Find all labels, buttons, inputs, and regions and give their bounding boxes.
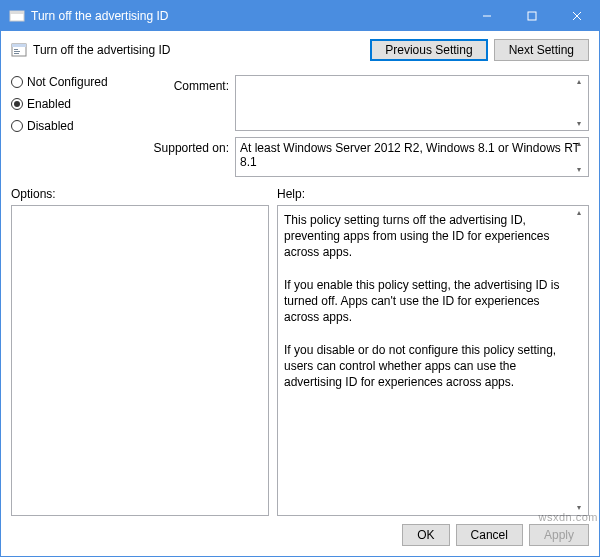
radio-icon	[11, 120, 23, 132]
radio-label: Enabled	[27, 97, 71, 111]
radio-icon	[11, 98, 23, 110]
header-row: Turn off the advertising ID Previous Set…	[11, 39, 589, 61]
window-title: Turn off the advertising ID	[31, 9, 168, 23]
policy-icon	[11, 42, 27, 58]
help-label: Help:	[277, 187, 589, 201]
svg-rect-1	[10, 11, 24, 14]
svg-rect-10	[14, 53, 19, 54]
radio-label: Disabled	[27, 119, 74, 133]
comment-label: Comment:	[145, 75, 229, 93]
svg-rect-8	[14, 49, 18, 50]
scrollbar[interactable]: ▴▾	[571, 139, 587, 175]
ok-button[interactable]: OK	[402, 524, 449, 546]
help-panel[interactable]: This policy setting turns off the advert…	[277, 205, 589, 516]
previous-setting-button[interactable]: Previous Setting	[370, 39, 487, 61]
options-label: Options:	[11, 187, 269, 201]
radio-label: Not Configured	[27, 75, 108, 89]
dialog-buttons: OK Cancel Apply	[11, 524, 589, 546]
svg-rect-7	[12, 44, 26, 47]
radio-disabled[interactable]: Disabled	[11, 119, 131, 133]
app-icon	[9, 8, 25, 24]
next-setting-button[interactable]: Next Setting	[494, 39, 589, 61]
svg-rect-9	[14, 51, 20, 52]
minimize-button[interactable]	[464, 1, 509, 31]
scrollbar[interactable]: ▴▾	[571, 77, 587, 129]
radio-icon	[11, 76, 23, 88]
titlebar: Turn off the advertising ID	[1, 1, 599, 31]
policy-title: Turn off the advertising ID	[33, 43, 170, 57]
radio-enabled[interactable]: Enabled	[11, 97, 131, 111]
config-row: Not Configured Enabled Disabled Comment:…	[11, 75, 589, 177]
radio-not-configured[interactable]: Not Configured	[11, 75, 131, 89]
supported-label: Supported on:	[145, 137, 229, 155]
close-button[interactable]	[554, 1, 599, 31]
maximize-button[interactable]	[509, 1, 554, 31]
help-content: This policy setting turns off the advert…	[284, 213, 563, 389]
content-area: Turn off the advertising ID Previous Set…	[1, 31, 599, 556]
policy-window: Turn off the advertising ID Turn off the…	[0, 0, 600, 557]
apply-button: Apply	[529, 524, 589, 546]
options-panel[interactable]	[11, 205, 269, 516]
svg-rect-3	[528, 12, 536, 20]
supported-textbox: At least Windows Server 2012 R2, Windows…	[235, 137, 589, 177]
radio-group: Not Configured Enabled Disabled	[11, 75, 131, 177]
cancel-button[interactable]: Cancel	[456, 524, 523, 546]
scrollbar[interactable]: ▴▾	[571, 208, 587, 513]
lower-panels: Options: Help: This policy setting turns…	[11, 187, 589, 516]
comment-textbox[interactable]: ▴▾	[235, 75, 589, 131]
supported-value: At least Windows Server 2012 R2, Windows…	[240, 141, 580, 169]
